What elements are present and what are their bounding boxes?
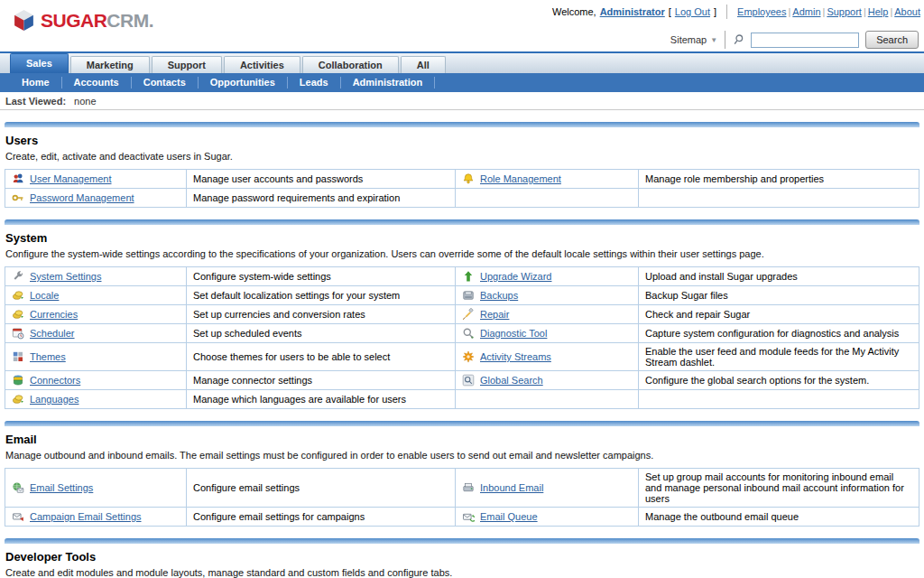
section-email: EmailManage outbound and inbound emails.… <box>5 421 919 527</box>
header-link-help[interactable]: Help <box>868 6 889 17</box>
header-link-employees[interactable]: Employees <box>737 6 786 17</box>
admin-link-cell: Activity Streams <box>456 343 639 371</box>
admin-link-cell: Password Management <box>5 189 187 208</box>
tab-support[interactable]: Support <box>152 56 222 73</box>
last-viewed-bar: Last Viewed: none <box>0 92 924 110</box>
username-link[interactable]: Administrator <box>600 6 665 17</box>
tab-activities[interactable]: Activities <box>224 56 300 73</box>
header-link-separator: | <box>890 6 892 17</box>
table-row: Password ManagementManage password requi… <box>5 189 919 208</box>
admin-link-cell: Currencies <box>5 305 187 324</box>
admin-desc-cell: Manage user accounts and passwords <box>187 170 456 189</box>
user-management-link[interactable]: User Management <box>30 173 112 184</box>
tab-all[interactable]: All <box>401 56 446 73</box>
password-management-icon <box>12 191 24 204</box>
admin-link-cell: Upgrade Wizard <box>456 267 639 286</box>
system-table: System SettingsConfigure system-wide set… <box>5 266 919 409</box>
top-bar: SUGARCRM. Welcome, Administrator [ Log O… <box>0 0 924 51</box>
global-search-link[interactable]: Global Search <box>480 375 543 386</box>
admin-desc-cell: Manage the outbound email queue <box>639 508 919 527</box>
sitemap-link[interactable]: Sitemap <box>670 34 707 45</box>
table-row: LanguagesManage which languages are avai… <box>5 390 919 409</box>
password-management-link[interactable]: Password Management <box>30 192 134 203</box>
users-table: User ManagementManage user accounts and … <box>5 169 919 208</box>
locale-link[interactable]: Locale <box>30 290 59 301</box>
header-link-separator: | <box>823 6 826 17</box>
module-tab-bar: SalesMarketingSupportActivitiesCollabora… <box>0 51 924 73</box>
themes-link[interactable]: Themes <box>30 351 66 362</box>
tab-sales[interactable]: Sales <box>10 53 69 73</box>
connectors-link[interactable]: Connectors <box>30 375 80 386</box>
section-system: SystemConfigure the system-wide settings… <box>5 219 919 409</box>
subnav-item-opportunities[interactable]: Opportunities <box>199 77 288 89</box>
tab-marketing[interactable]: Marketing <box>70 56 150 73</box>
table-row: Email SettingsConfigure email settingsIn… <box>5 469 919 508</box>
last-viewed-value: none <box>74 96 96 107</box>
admin-desc-cell: Manage which languages are available for… <box>187 390 456 409</box>
admin-desc-cell: Manage connector settings <box>187 371 456 390</box>
header-link-support[interactable]: Support <box>827 6 862 17</box>
section-title: Developer Tools <box>5 550 919 564</box>
welcome-text: Welcome, <box>552 6 596 17</box>
tab-collaboration[interactable]: Collaboration <box>302 56 399 73</box>
admin-link-cell: Scheduler <box>5 324 187 343</box>
locale-icon <box>12 289 24 302</box>
role-management-link[interactable]: Role Management <box>480 173 561 184</box>
inbound-email-icon <box>462 481 475 494</box>
search-button[interactable]: Search <box>865 31 919 49</box>
admin-link-cell <box>456 189 639 208</box>
section-header-bar <box>5 538 919 544</box>
search-input[interactable] <box>751 33 859 48</box>
campaign-email-settings-link[interactable]: Campaign Email Settings <box>30 511 142 522</box>
admin-desc-cell: Set up currencies and conversion rates <box>187 305 456 324</box>
sub-navigation-bar: HomeAccountsContactsOpportunitiesLeadsAd… <box>0 73 924 92</box>
global-search-icon <box>462 374 475 387</box>
subnav-item-contacts[interactable]: Contacts <box>132 77 199 89</box>
admin-link-cell: Locale <box>5 286 187 305</box>
table-row: ConnectorsManage connector settingsGloba… <box>5 371 919 390</box>
table-row: User ManagementManage user accounts and … <box>5 170 919 189</box>
logout-link[interactable]: Log Out <box>675 6 710 17</box>
backups-link[interactable]: Backups <box>480 290 518 301</box>
scheduler-link[interactable]: Scheduler <box>30 328 75 339</box>
subnav-item-administration[interactable]: Administration <box>341 77 436 89</box>
table-row: SchedulerSet up scheduled eventsDiagnost… <box>5 324 919 343</box>
diagnostic-tool-link[interactable]: Diagnostic Tool <box>480 328 547 339</box>
repair-link[interactable]: Repair <box>480 309 509 320</box>
themes-icon <box>12 350 24 363</box>
currencies-link[interactable]: Currencies <box>30 309 78 320</box>
repair-icon <box>462 308 475 321</box>
admin-link-cell: Themes <box>5 343 187 371</box>
admin-desc-cell <box>639 189 919 208</box>
admin-content: UsersCreate, edit, activate and deactiva… <box>0 122 924 578</box>
header-link-about[interactable]: About <box>894 6 920 17</box>
subnav-item-home[interactable]: Home <box>10 77 62 89</box>
upgrade-wizard-link[interactable]: Upgrade Wizard <box>480 271 551 282</box>
email-queue-link[interactable]: Email Queue <box>480 511 538 522</box>
bracket-close: ] <box>714 6 716 17</box>
subnav-item-leads[interactable]: Leads <box>288 77 341 89</box>
header-link-admin[interactable]: Admin <box>792 6 820 17</box>
table-row: System SettingsConfigure system-wide set… <box>5 267 919 286</box>
languages-link[interactable]: Languages <box>30 394 79 405</box>
admin-desc-cell: Set default localization settings for yo… <box>187 286 456 305</box>
chevron-down-icon[interactable]: ▼ <box>710 36 717 44</box>
admin-desc-cell: Configure the global search options for … <box>639 371 919 390</box>
admin-desc-cell: Upload and install Sugar upgrades <box>639 267 919 286</box>
admin-desc-cell: Set up scheduled events <box>187 324 456 343</box>
sugarcrm-logo: SUGARCRM. <box>12 8 153 33</box>
admin-desc-cell: Choose themes for users to be able to se… <box>187 343 456 371</box>
admin-link-cell: Email Settings <box>5 469 187 508</box>
admin-desc-cell: Capture system configuration for diagnos… <box>639 324 919 343</box>
admin-link-cell: Role Management <box>456 170 639 189</box>
email-queue-icon <box>462 510 475 523</box>
activity-streams-link[interactable]: Activity Streams <box>480 351 551 362</box>
inbound-email-link[interactable]: Inbound Email <box>480 482 543 493</box>
search-icon[interactable] <box>733 33 745 46</box>
section-users: UsersCreate, edit, activate and deactiva… <box>5 122 919 208</box>
system-settings-link[interactable]: System Settings <box>30 271 101 282</box>
subnav-item-accounts[interactable]: Accounts <box>62 77 132 89</box>
admin-link-cell: User Management <box>5 170 187 189</box>
section-description: Manage outbound and inbound emails. The … <box>5 450 919 461</box>
email-settings-link[interactable]: Email Settings <box>30 482 93 493</box>
